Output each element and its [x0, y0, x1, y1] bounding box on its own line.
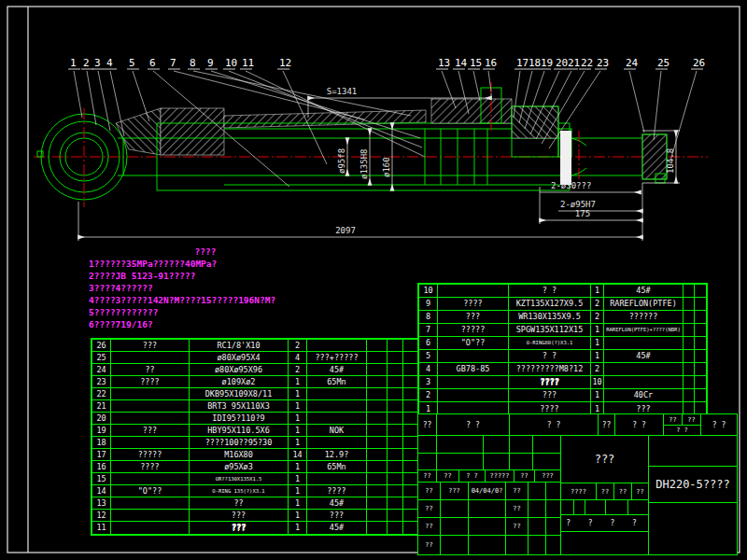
- parts-cell: [307, 400, 367, 413]
- rod-end-bushing: [642, 134, 667, 183]
- parts-cell: 14: [92, 485, 111, 497]
- parts-cell: RAREFLON(PTFE): [604, 298, 684, 311]
- parts-cell: [684, 363, 695, 376]
- parts-cell: ???: [190, 510, 289, 522]
- parts-cell: [695, 337, 706, 350]
- dim-104: 104.8: [666, 148, 675, 174]
- parts-cell: RAREFLON(PTFE)+????(NBR): [604, 324, 684, 337]
- parts-cell: 1: [591, 324, 604, 337]
- parts-cell: ???: [509, 389, 591, 402]
- parts-cell: HBY95X110.5X6: [190, 425, 289, 437]
- parts-row: 5? ?145#: [419, 350, 706, 363]
- parts-cell: 1: [289, 437, 307, 449]
- parts-cell: 1: [289, 388, 307, 400]
- parts-cell: 1: [591, 285, 604, 298]
- parts-cell: 40Cr: [604, 389, 684, 402]
- surface-finish-mark: [37, 151, 43, 157]
- parts-cell: 26: [92, 340, 111, 352]
- parts-cell: [111, 388, 190, 400]
- clevis-eye: [37, 108, 127, 207]
- parts-cell: ?????: [111, 449, 190, 461]
- parts-cell: NOK: [307, 425, 367, 437]
- callout-number-4: 4: [106, 57, 113, 69]
- parts-cell: [403, 352, 417, 364]
- parts-row: 10? ?145#: [419, 285, 706, 298]
- parts-cell: [695, 324, 706, 337]
- parts-cell: 19: [92, 425, 111, 437]
- dim-overall: 2097: [335, 226, 356, 235]
- parts-cell: [307, 437, 367, 449]
- parts-cell: WR130X135X9.5: [509, 311, 591, 324]
- callout-number-19: 19: [541, 57, 553, 69]
- sig-label2: ??: [505, 499, 529, 518]
- parts-cell: [684, 350, 695, 363]
- parts-cell: IDI95?110?9: [190, 413, 289, 425]
- parts-cell: 45#: [604, 285, 684, 298]
- parts-cell: [403, 449, 417, 461]
- parts-cell: [388, 400, 403, 413]
- parts-cell: [367, 388, 388, 400]
- callout-leader-25: [654, 71, 661, 140]
- callout-number-23: 23: [597, 57, 609, 69]
- parts-cell: ???: [111, 340, 190, 352]
- callout-number-20: 20: [556, 57, 568, 69]
- drawing-title: ???: [560, 435, 649, 483]
- tech-title: ????: [89, 245, 322, 258]
- rev-doc: ?????: [485, 469, 514, 483]
- parts-cell: [403, 497, 417, 510]
- parts-cell: [111, 510, 190, 522]
- callout-number-13: 13: [438, 57, 450, 69]
- dim-holes95: 2-ø95H7: [560, 200, 596, 209]
- parts-cell: [367, 497, 388, 510]
- parts-cell: [111, 473, 190, 485]
- callout-number-16: 16: [485, 57, 497, 69]
- parts-cell: [403, 400, 417, 413]
- head-wedge-section: [116, 108, 161, 155]
- parts-cell: 23: [92, 376, 111, 388]
- parts-cell: [111, 400, 190, 413]
- parts-row: 3????10: [419, 376, 706, 389]
- callout-number-26: 26: [693, 57, 705, 69]
- callout-number-25: 25: [657, 57, 669, 69]
- callout-number-18: 18: [529, 57, 541, 69]
- parts-cell: ????: [111, 461, 190, 473]
- parts-cell: [367, 400, 388, 413]
- parts-cell: O-RING80(?)X3.1: [509, 337, 591, 350]
- parts-cell: [684, 376, 695, 389]
- parts-cell: [388, 437, 403, 449]
- parts-cell: 1: [289, 485, 307, 497]
- parts-cell: M16X80: [190, 449, 289, 461]
- dim-175: 175: [575, 209, 590, 218]
- stage-weight: ??: [596, 483, 614, 500]
- tech-line: 6????719/16?: [89, 318, 324, 330]
- parts-cell: [695, 311, 706, 324]
- parts-cell: ??: [190, 497, 289, 510]
- callout-number-12: 12: [279, 57, 291, 69]
- callout-number-6: 6: [149, 57, 156, 69]
- parts-row: 23????ø109Xø2165Mn: [92, 376, 417, 388]
- parts-cell: [367, 352, 388, 364]
- parts-cell: 45#: [307, 497, 367, 510]
- parts-cell: 1: [289, 413, 307, 425]
- parts-cell: 25: [92, 352, 111, 364]
- sig-label2: ??: [505, 482, 529, 500]
- parts-cell: 1: [289, 400, 307, 413]
- parts-cell: ???: [307, 510, 367, 522]
- parts-cell: 1: [591, 389, 604, 402]
- callout-number-5: 5: [129, 57, 135, 69]
- parts-cell: [388, 364, 403, 376]
- header-note: ? ?: [700, 413, 738, 436]
- dim-holes30: 2-ø30???: [551, 181, 591, 190]
- parts-cell: 18: [92, 437, 111, 449]
- dim-bore-dia: ø135H8: [359, 148, 369, 179]
- callout-number-7: 7: [170, 57, 176, 69]
- parts-cell: [388, 522, 403, 534]
- parts-cell: ? ?: [509, 350, 591, 363]
- parts-cell: [388, 340, 403, 352]
- parts-cell: [388, 376, 403, 388]
- parts-cell: [111, 497, 190, 510]
- parts-cell: [111, 413, 190, 425]
- parts-row: 14"O"??O-RING 135(?)X3.11????: [92, 485, 417, 497]
- callout-number-24: 24: [626, 57, 639, 69]
- parts-cell: 11: [92, 522, 111, 534]
